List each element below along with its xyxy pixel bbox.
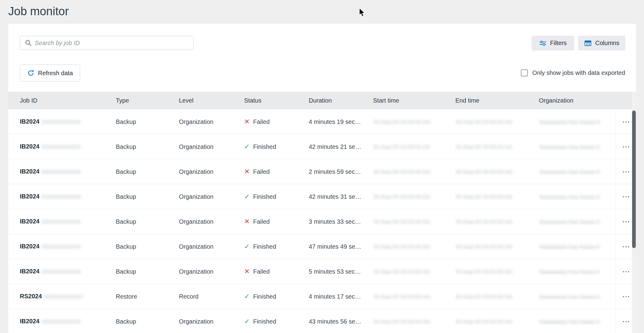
column-header-end-time[interactable]: End time bbox=[455, 97, 539, 104]
row-menu-button[interactable]: ⋯ bbox=[619, 266, 633, 277]
filters-button[interactable]: Filters bbox=[532, 36, 574, 51]
job-id-redacted: 0000000000000 bbox=[41, 219, 99, 225]
status-label: Failed bbox=[253, 268, 269, 275]
status-icon: ✕ bbox=[244, 118, 250, 125]
type-cell: Backup bbox=[116, 318, 179, 325]
job-id-cell: IB20240000000000000 bbox=[20, 218, 116, 225]
job-id-redacted: 0000000000000 bbox=[44, 294, 101, 300]
start-time-redacted: 00-Aaa-00 00:00:00 AA bbox=[373, 244, 430, 250]
organization-cell: Aaaaaaaaa Aaa Aaaaa A bbox=[539, 168, 616, 175]
table-row[interactable]: IB20240000000000000 Backup Organization … bbox=[8, 209, 636, 234]
table-row[interactable]: IB20240000000000000 Backup Organization … bbox=[8, 109, 636, 134]
organization-redacted: Aaaaaaaaa Aaa Aaaaa A bbox=[539, 219, 604, 225]
organization-redacted: Aaaaaaaaa Aaa Aaaaa A bbox=[539, 319, 604, 325]
duration-cell: 4 minutes 17 sec… bbox=[309, 293, 373, 300]
duration-cell: 47 minutes 49 se… bbox=[309, 243, 373, 250]
type-cell: Backup bbox=[116, 268, 179, 275]
row-menu-button[interactable]: ⋯ bbox=[619, 316, 633, 327]
row-menu-button[interactable]: ⋯ bbox=[619, 116, 633, 128]
row-menu-button[interactable]: ⋯ bbox=[619, 191, 633, 202]
start-time-redacted: 00-Aaa-00 00:00:00 AA bbox=[373, 319, 430, 325]
row-menu-button[interactable]: ⋯ bbox=[619, 291, 633, 302]
row-menu-button[interactable]: ⋯ bbox=[619, 166, 633, 177]
start-time-cell: 00-Aaa-00 00:00:00 AA bbox=[373, 168, 455, 175]
filters-icon bbox=[539, 40, 546, 47]
job-id-redacted: 0000000000000 bbox=[41, 169, 99, 175]
end-time-cell: 00-Aaa-00 00:00:00 AA bbox=[455, 218, 539, 225]
status-label: Finished bbox=[253, 143, 276, 150]
refresh-data-button[interactable]: Refresh data bbox=[20, 65, 80, 82]
status-label: Finished bbox=[253, 293, 276, 300]
job-id-redacted: 0000000000000 bbox=[41, 119, 99, 125]
table-row[interactable]: IB20240000000000000 Backup Organization … bbox=[8, 184, 636, 209]
organization-redacted: Aaaaaaaaa Aaa Aaaaa A bbox=[539, 119, 604, 125]
level-cell: Organization bbox=[179, 143, 244, 150]
job-id-redacted: 0000000000000 bbox=[41, 269, 99, 275]
start-time-cell: 00-Aaa-00 00:00:00 AA bbox=[373, 268, 455, 275]
columns-button[interactable]: Columns bbox=[578, 36, 625, 51]
duration-cell: 2 minutes 59 sec… bbox=[309, 168, 373, 175]
column-header-organization[interactable]: Organization bbox=[539, 97, 616, 104]
status-cell: ✓ Finished bbox=[244, 143, 309, 150]
status-icon: ✕ bbox=[244, 268, 250, 275]
table-row[interactable]: IB20240000000000000 Backup Organization … bbox=[8, 134, 636, 159]
filters-button-label: Filters bbox=[550, 40, 567, 47]
status-cell: ✓ Finished bbox=[244, 318, 309, 325]
organization-cell: Aaaaaaaaa Aaa Aaaaa A bbox=[539, 218, 616, 225]
row-menu-button[interactable]: ⋯ bbox=[619, 141, 633, 152]
start-time-redacted: 00-Aaa-00 00:00:00 AA bbox=[373, 269, 430, 275]
job-id-cell: IB20240000000000000 bbox=[20, 268, 116, 275]
column-header-type[interactable]: Type bbox=[116, 97, 179, 104]
job-id-cell: RS20240000000000000 bbox=[20, 293, 116, 300]
table-row[interactable]: IB20240000000000000 Backup Organization … bbox=[8, 159, 636, 184]
organization-redacted: Aaaaaaaaa Aaa Aaaaa A bbox=[539, 194, 604, 200]
only-exported-label: Only show jobs with data exported bbox=[532, 69, 625, 76]
table-row[interactable]: IB20240000000000000 Backup Organization … bbox=[8, 309, 636, 333]
column-header-start-time[interactable]: Start time bbox=[373, 97, 455, 104]
duration-cell: 42 minutes 31 se… bbox=[309, 193, 373, 200]
end-time-cell: 00-Aaa-00 00:00:00 AA bbox=[455, 118, 539, 125]
end-time-redacted: 00-Aaa-00 00:00:00 AA bbox=[455, 169, 513, 175]
end-time-cell: 00-Aaa-00 00:00:00 AA bbox=[455, 143, 539, 150]
row-menu-button[interactable]: ⋯ bbox=[619, 216, 633, 227]
search-input[interactable] bbox=[35, 36, 194, 50]
table-row[interactable]: IB20240000000000000 Backup Organization … bbox=[8, 259, 636, 284]
scrollbar-thumb[interactable] bbox=[632, 110, 636, 248]
table-header: Job ID Type Level Status Duration Start … bbox=[8, 92, 636, 109]
end-time-redacted: 00-Aaa-00 00:00:00 AA bbox=[455, 119, 513, 125]
status-label: Finished bbox=[253, 243, 276, 250]
organization-redacted: Aaaaaaaaa Aaa Aaaaa A bbox=[539, 144, 604, 150]
table-row[interactable]: RS20240000000000000 Restore Record ✓ Fin… bbox=[8, 284, 636, 309]
status-cell: ✕ Failed bbox=[244, 118, 309, 125]
type-cell: Backup bbox=[116, 118, 179, 125]
vertical-scrollbar[interactable] bbox=[632, 92, 636, 333]
table-row[interactable]: IB20240000000000000 Backup Organization … bbox=[8, 234, 636, 259]
status-icon: ✓ bbox=[244, 293, 250, 300]
row-menu-button[interactable]: ⋯ bbox=[619, 241, 633, 252]
organization-cell: Aaaaaaaaa Aaa Aaaaa A bbox=[539, 243, 616, 250]
end-time-redacted: 00-Aaa-00 00:00:00 AA bbox=[455, 294, 513, 300]
end-time-redacted: 00-Aaa-00 00:00:00 AA bbox=[455, 194, 513, 200]
column-header-duration[interactable]: Duration bbox=[309, 97, 373, 104]
organization-cell: Aaaaaaaaa Aaa Aaaaa A bbox=[539, 293, 616, 300]
end-time-cell: 00-Aaa-00 00:00:00 AA bbox=[455, 168, 539, 175]
column-header-level[interactable]: Level bbox=[179, 97, 244, 104]
job-id-cell: IB20240000000000000 bbox=[20, 193, 116, 200]
job-id-cell: IB20240000000000000 bbox=[20, 118, 116, 125]
column-header-status[interactable]: Status bbox=[244, 97, 309, 104]
organization-redacted: Aaaaaaaaa Aaa Aaaaa A bbox=[539, 244, 604, 250]
type-cell: Restore bbox=[116, 293, 179, 300]
end-time-cell: 00-Aaa-00 00:00:00 AA bbox=[455, 193, 539, 200]
search-input-wrap[interactable] bbox=[20, 36, 194, 50]
end-time-redacted: 00-Aaa-00 00:00:00 AA bbox=[455, 269, 513, 275]
end-time-cell: 00-Aaa-00 00:00:00 AA bbox=[455, 318, 539, 325]
job-id-prefix: IB2024 bbox=[20, 318, 40, 324]
job-id-prefix: IB2024 bbox=[20, 168, 40, 175]
start-time-redacted: 00-Aaa-00 00:00:00 AA bbox=[373, 169, 430, 175]
only-exported-checkbox[interactable] bbox=[521, 69, 528, 76]
organization-redacted: Aaaaaaaaa Aaa Aaaaa A bbox=[539, 169, 604, 175]
status-icon: ✓ bbox=[244, 243, 250, 250]
column-header-job-id[interactable]: Job ID bbox=[20, 97, 116, 104]
organization-redacted: Aaaaaaaaa Aaa Aaaaa A bbox=[539, 269, 604, 275]
type-cell: Backup bbox=[116, 243, 179, 250]
